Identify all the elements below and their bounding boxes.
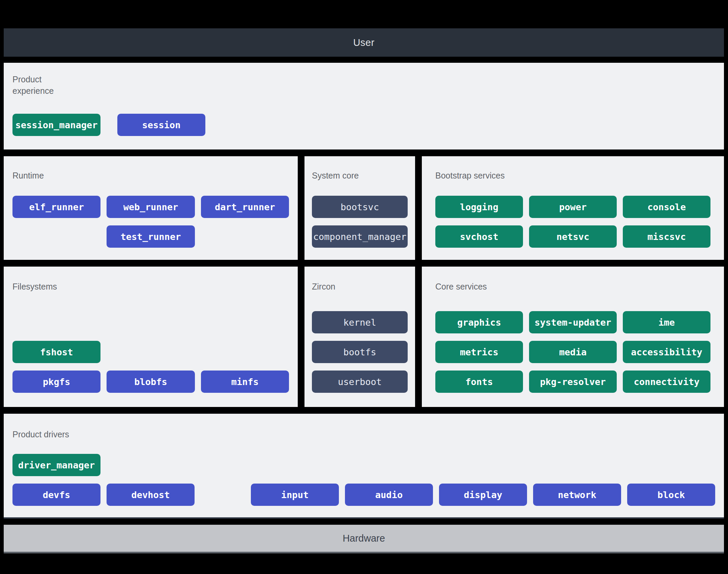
chip-metrics: metrics bbox=[435, 341, 523, 363]
chip-display: display bbox=[439, 484, 527, 506]
chip-session: session bbox=[117, 114, 205, 136]
filesystems-chips-row2: pkgfsblobfsminfs bbox=[12, 371, 289, 393]
zircon-title: Zircon bbox=[312, 281, 408, 292]
product-experience-title: Product experience bbox=[12, 74, 77, 97]
chip-blobfs: blobfs bbox=[107, 371, 195, 393]
bootstrap-services-panel: Bootstrap services loggingpowerconsolesv… bbox=[422, 156, 724, 260]
runtime-title: Runtime bbox=[12, 170, 289, 181]
chip-bootfs: bootfs bbox=[312, 341, 408, 363]
runtime-panel: Runtime elf_runnerweb_runnerdart_runnert… bbox=[4, 156, 298, 260]
chip-input: input bbox=[251, 484, 339, 506]
chip-pkg-resolver: pkg-resolver bbox=[529, 371, 617, 393]
filesystems-title: Filesystems bbox=[12, 281, 289, 292]
chip-dart_runner: dart_runner bbox=[201, 196, 289, 218]
chip-network: network bbox=[533, 484, 621, 506]
chip-pkgfs: pkgfs bbox=[12, 371, 100, 393]
product-experience-panel: Product experience session_managersessio… bbox=[4, 63, 724, 149]
chip-power: power bbox=[529, 196, 617, 218]
chip-fonts: fonts bbox=[435, 371, 523, 393]
chip-ime: ime bbox=[623, 311, 710, 333]
product-drivers-panel: Product drivers driver_manager devfsdevh… bbox=[4, 414, 724, 519]
chip-connectivity: connectivity bbox=[623, 371, 710, 393]
bootstrap-services-title: Bootstrap services bbox=[435, 170, 710, 181]
core-services-panel: Core services graphicssystem-updaterimem… bbox=[422, 267, 724, 407]
chip-component_manager: component_manager bbox=[312, 225, 408, 248]
middle-row-upper: Runtime elf_runnerweb_runnerdart_runnert… bbox=[4, 156, 724, 260]
chip-devfs: devfs bbox=[12, 484, 100, 506]
product-drivers-chips-row2: devfsdevhost inputaudiodisplaynetworkblo… bbox=[12, 484, 715, 506]
chip-devhost: devhost bbox=[107, 484, 195, 506]
system-core-title: System core bbox=[312, 170, 408, 181]
system-core-chips: bootsvccomponent_manager bbox=[312, 196, 408, 248]
chip-media: media bbox=[529, 341, 617, 363]
chip-system-updater: system-updater bbox=[529, 311, 617, 333]
chip-kernel: kernel bbox=[312, 311, 408, 333]
core-services-title: Core services bbox=[435, 281, 710, 292]
bootstrap-services-chips: loggingpowerconsolesvchostnetsvcmiscsvc bbox=[435, 196, 710, 248]
product-drivers-title: Product drivers bbox=[12, 429, 715, 440]
chip-miscsvc: miscsvc bbox=[623, 225, 710, 248]
chip-fshost: fshost bbox=[12, 341, 100, 363]
product-drivers-chips-row1: driver_manager bbox=[12, 454, 715, 476]
chip-netsvc: netsvc bbox=[529, 225, 617, 248]
hardware-layer-bar: Hardware bbox=[4, 525, 724, 553]
chip-test_runner: test_runner bbox=[107, 225, 195, 248]
chip-bootsvc: bootsvc bbox=[312, 196, 408, 218]
filesystems-chips-row1: fshost bbox=[12, 341, 289, 363]
chip-console: console bbox=[623, 196, 710, 218]
chip-audio: audio bbox=[345, 484, 433, 506]
product-experience-chips: session_managersession bbox=[12, 114, 715, 136]
zircon-chips: kernelbootfsuserboot bbox=[312, 311, 408, 393]
chip-logging: logging bbox=[435, 196, 523, 218]
chip-elf_runner: elf_runner bbox=[12, 196, 100, 218]
chip-accessibility: accessibility bbox=[623, 341, 710, 363]
fuchsia-architecture-diagram: User Product experience session_managers… bbox=[0, 0, 728, 574]
hardware-layer-label: Hardware bbox=[343, 533, 385, 544]
chip-userboot: userboot bbox=[312, 371, 408, 393]
user-layer-bar: User bbox=[4, 28, 724, 57]
runtime-chips: elf_runnerweb_runnerdart_runnertest_runn… bbox=[12, 196, 289, 248]
product-drivers-spacer bbox=[201, 484, 245, 506]
chip-minfs: minfs bbox=[201, 371, 289, 393]
core-services-chips: graphicssystem-updaterimemetricsmediaacc… bbox=[435, 311, 710, 393]
middle-row-lower: Filesystems fshost pkgfsblobfsminfs Zirc… bbox=[4, 267, 724, 407]
user-layer-label: User bbox=[353, 37, 374, 48]
chip-graphics: graphics bbox=[435, 311, 523, 333]
system-core-panel: System core bootsvccomponent_manager bbox=[304, 156, 415, 260]
chip-driver_manager: driver_manager bbox=[12, 454, 100, 476]
chip-session_manager: session_manager bbox=[12, 114, 100, 136]
chip-block: block bbox=[627, 484, 715, 506]
chip-svchost: svchost bbox=[435, 225, 523, 248]
chip-web_runner: web_runner bbox=[107, 196, 195, 218]
zircon-panel: Zircon kernelbootfsuserboot bbox=[304, 267, 415, 407]
filesystems-panel: Filesystems fshost pkgfsblobfsminfs bbox=[4, 267, 298, 407]
